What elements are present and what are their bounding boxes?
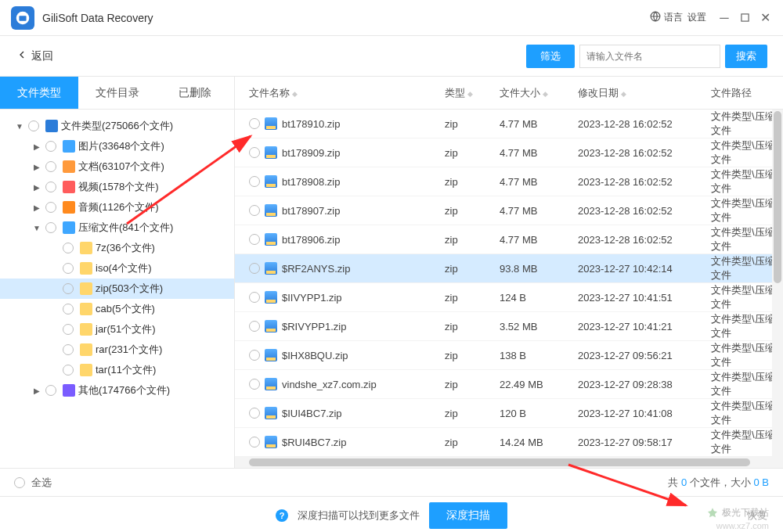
search-input[interactable] bbox=[579, 45, 720, 68]
tree-radio[interactable] bbox=[63, 263, 74, 274]
header-date[interactable]: 修改日期◆ bbox=[578, 86, 711, 100]
table-row[interactable]: $RF2ANYS.zipzip93.8 MB2023-12-27 10:42:1… bbox=[235, 254, 783, 283]
row-radio[interactable] bbox=[249, 263, 260, 274]
tree-radio[interactable] bbox=[45, 385, 56, 396]
table-row[interactable]: $RIVYPP1.zipzip3.52 MB2023-12-27 10:41:2… bbox=[235, 312, 783, 341]
deepscan-hint: 深度扫描可以找到更多文件 bbox=[298, 509, 420, 523]
tree-node[interactable]: tar(11个文件) bbox=[0, 360, 234, 380]
tree-caret-icon[interactable]: ▶ bbox=[31, 386, 42, 395]
tab-deleted[interactable]: 已删除 bbox=[156, 77, 234, 110]
tree-radio[interactable] bbox=[63, 344, 74, 355]
table-row[interactable]: $IUI4BC7.zipzip120 B2023-12-27 10:41:08文… bbox=[235, 399, 783, 428]
folder-icon bbox=[80, 323, 92, 336]
tree-label: 视频(1578个文件) bbox=[78, 180, 159, 194]
table-row[interactable]: vindshe_xz7.com.zipzip22.49 MB2023-12-27… bbox=[235, 370, 783, 399]
table-row[interactable]: $RUI4BC7.zipzip14.24 MB2023-12-27 09:58:… bbox=[235, 428, 783, 457]
tree-node[interactable]: iso(4个文件) bbox=[0, 258, 234, 279]
tree-node[interactable]: ▶图片(33648个文件) bbox=[0, 136, 234, 156]
tab-file-dir[interactable]: 文件目录 bbox=[78, 77, 157, 110]
tree-label: tar(11个文件) bbox=[96, 363, 156, 377]
row-radio[interactable] bbox=[249, 147, 260, 158]
zip-file-icon bbox=[265, 407, 277, 419]
file-type: zip bbox=[445, 350, 500, 361]
maximize-button[interactable] bbox=[738, 11, 752, 25]
language-button[interactable]: 语言 bbox=[650, 11, 683, 24]
zip-file-icon bbox=[265, 320, 277, 332]
deepscan-button[interactable]: 深度扫描 bbox=[429, 502, 507, 529]
file-tree[interactable]: ▼文件类型(275066个文件)▶图片(33648个文件)▶文档(63107个文… bbox=[0, 110, 234, 468]
filter-button[interactable]: 筛选 bbox=[526, 45, 575, 68]
tree-node[interactable]: ▼文件类型(275066个文件) bbox=[0, 116, 234, 136]
tree-radio[interactable] bbox=[63, 283, 74, 294]
tree-radio[interactable] bbox=[45, 222, 56, 233]
main-area: 文件类型 文件目录 已删除 ▼文件类型(275066个文件)▶图片(33648个… bbox=[0, 77, 783, 468]
search-button[interactable]: 搜索 bbox=[725, 45, 767, 68]
file-name: $RIVYPP1.zip bbox=[282, 321, 346, 332]
tree-caret-icon[interactable]: ▶ bbox=[31, 163, 42, 171]
folder-icon bbox=[80, 242, 92, 254]
row-radio[interactable] bbox=[249, 408, 260, 419]
tree-caret-icon[interactable]: ▶ bbox=[31, 203, 42, 212]
tree-node[interactable]: jar(51个文件) bbox=[0, 319, 234, 340]
tree-radio[interactable] bbox=[45, 182, 56, 192]
back-button[interactable]: 返回 bbox=[16, 49, 53, 63]
tree-label: 文档(63107个文件) bbox=[78, 160, 164, 174]
tree-node[interactable]: 7z(36个文件) bbox=[0, 238, 234, 258]
row-radio[interactable] bbox=[249, 437, 260, 448]
table-row[interactable]: bt178910.zipzip4.77 MB2023-12-28 16:02:5… bbox=[235, 110, 783, 138]
select-all-radio[interactable] bbox=[14, 477, 25, 488]
tree-caret-icon[interactable]: ▶ bbox=[31, 183, 42, 192]
table-row[interactable]: $IIVYPP1.zipzip124 B2023-12-27 10:41:51文… bbox=[235, 283, 783, 312]
tree-node[interactable]: ▶其他(174766个文件) bbox=[0, 380, 234, 401]
tree-radio[interactable] bbox=[28, 120, 39, 131]
select-all-label[interactable]: 全选 bbox=[31, 476, 52, 490]
table-row[interactable]: bt178908.zipzip4.77 MB2023-12-28 16:02:5… bbox=[235, 167, 783, 196]
tree-radio[interactable] bbox=[63, 324, 74, 335]
table-row[interactable]: bt178909.zipzip4.77 MB2023-12-28 16:02:5… bbox=[235, 138, 783, 167]
row-radio[interactable] bbox=[249, 379, 260, 390]
tree-label: 图片(33648个文件) bbox=[78, 139, 164, 153]
vertical-scrollbar[interactable] bbox=[772, 110, 783, 457]
minimize-button[interactable]: ─ bbox=[717, 11, 731, 25]
header-name[interactable]: 文件名称◆ bbox=[249, 86, 445, 100]
tree-node[interactable]: ▶音频(1126个文件) bbox=[0, 197, 234, 217]
file-size: 4.77 MB bbox=[500, 205, 578, 217]
tree-node[interactable]: ▼压缩文件(841个文件) bbox=[0, 217, 234, 238]
row-radio[interactable] bbox=[249, 118, 260, 129]
tree-caret-icon[interactable]: ▼ bbox=[14, 122, 25, 131]
row-radio[interactable] bbox=[249, 292, 260, 303]
table-row[interactable]: bt178907.zipzip4.77 MB2023-12-28 16:02:5… bbox=[235, 196, 783, 225]
tree-radio[interactable] bbox=[63, 304, 74, 315]
file-date: 2023-12-27 10:41:21 bbox=[578, 321, 711, 332]
close-button[interactable]: ✕ bbox=[758, 11, 772, 25]
tree-radio[interactable] bbox=[63, 365, 74, 376]
settings-button[interactable]: 设置 bbox=[687, 11, 706, 24]
row-radio[interactable] bbox=[249, 176, 260, 187]
row-radio[interactable] bbox=[249, 350, 260, 361]
tree-radio[interactable] bbox=[45, 202, 56, 213]
tree-caret-icon[interactable]: ▶ bbox=[31, 142, 42, 151]
tree-radio[interactable] bbox=[63, 243, 74, 253]
table-row[interactable]: $IHX8BQU.zipzip138 B2023-12-27 09:56:21文… bbox=[235, 341, 783, 370]
row-radio[interactable] bbox=[249, 234, 260, 245]
file-date: 2023-12-28 16:02:52 bbox=[578, 176, 711, 188]
tree-radio[interactable] bbox=[45, 141, 56, 152]
horizontal-scrollbar[interactable] bbox=[235, 457, 783, 468]
row-radio[interactable] bbox=[249, 321, 260, 332]
tree-node[interactable]: rar(231个文件) bbox=[0, 340, 234, 360]
tree-node[interactable]: ▶文档(63107个文件) bbox=[0, 156, 234, 177]
file-name: bt178907.zip bbox=[282, 205, 340, 217]
tree-caret-icon[interactable]: ▼ bbox=[31, 224, 42, 232]
tab-file-type[interactable]: 文件类型 bbox=[0, 77, 78, 110]
file-rows[interactable]: bt178910.zipzip4.77 MB2023-12-28 16:02:5… bbox=[235, 110, 783, 457]
tree-node[interactable]: ▶视频(1578个文件) bbox=[0, 177, 234, 197]
tree-node[interactable]: zip(503个文件) bbox=[0, 279, 234, 299]
row-radio[interactable] bbox=[249, 205, 260, 216]
tree-node[interactable]: cab(5个文件) bbox=[0, 299, 234, 319]
header-type[interactable]: 类型◆ bbox=[445, 86, 500, 100]
table-row[interactable]: bt178906.zipzip4.77 MB2023-12-28 16:02:5… bbox=[235, 225, 783, 254]
tree-radio[interactable] bbox=[45, 161, 56, 172]
folder-icon bbox=[80, 303, 92, 315]
header-size[interactable]: 文件大小◆ bbox=[500, 86, 578, 100]
header-path[interactable]: 文件路径 bbox=[711, 86, 783, 100]
